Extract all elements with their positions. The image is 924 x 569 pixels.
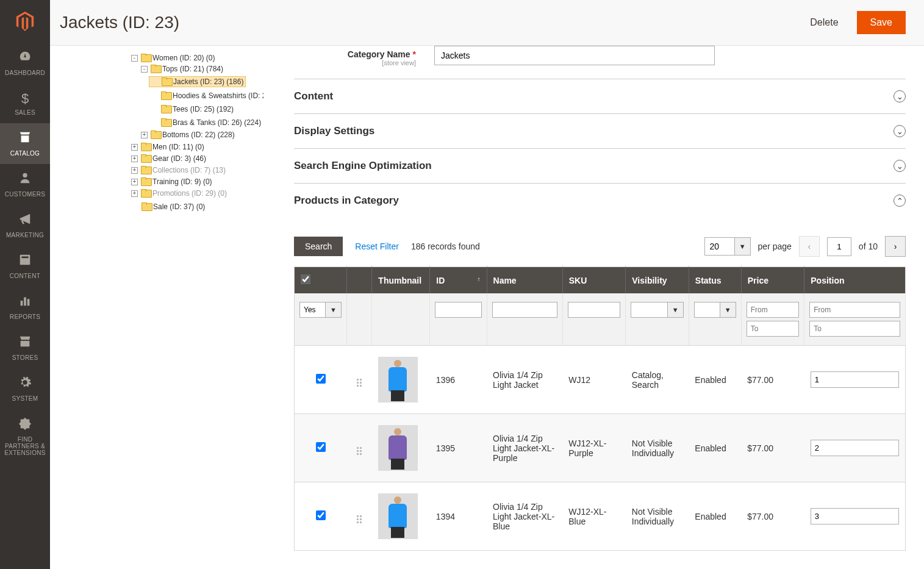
position-input[interactable] [811,440,899,456]
header-name[interactable]: Name [487,267,562,294]
search-button[interactable]: Search [294,237,343,256]
tree-node[interactable]: +Promotions (ID: 29) (0) [129,188,229,198]
chevron-down-icon: ⌄ [894,125,906,137]
filter-position-from[interactable] [809,302,900,318]
cell-visibility: Catalog, Search [626,346,689,414]
sidebar-item-catalog[interactable]: Catalog [0,123,50,164]
section-content[interactable]: Content ⌄ [294,79,906,113]
header-sku[interactable]: SKU [562,267,626,294]
cell-id: 1396 [430,346,487,414]
position-input[interactable] [811,371,899,388]
save-button[interactable]: Save [857,11,906,34]
sidebar-item-customers[interactable]: Customers [0,164,50,205]
filter-price-from[interactable] [747,302,800,318]
filter-checkbox-select[interactable] [299,302,326,318]
drag-handle-icon[interactable] [357,379,362,387]
tree-node[interactable]: Tees (ID: 25) (192) [149,104,235,114]
sidebar-item-reports[interactable]: Reports [0,287,50,327]
section-display-settings[interactable]: Display Settings ⌄ [294,113,906,148]
tree-node-label: Jackets (ID: 23) (186) [173,77,243,86]
filter-id-input[interactable] [435,302,481,318]
expand-icon[interactable]: + [131,144,138,151]
tree-node[interactable]: +Training (ID: 9) (0) [129,177,214,187]
sidebar-item-partners[interactable]: Find Partners & Extensions [0,409,50,463]
pager-prev-button[interactable]: ‹ [799,236,820,257]
row-checkbox[interactable] [316,374,326,384]
filter-name-input[interactable] [492,302,557,318]
filter-status-select[interactable] [694,302,720,318]
sidebar-item-content[interactable]: Content [0,246,50,287]
header-id[interactable]: ID↑ [430,267,487,294]
reports-icon [2,294,48,311]
header-visibility[interactable]: Visibility [626,267,689,294]
filter-status-dropdown[interactable]: ▼ [720,302,736,318]
filter-position-to[interactable] [809,321,900,337]
header-drag-col [346,267,371,294]
expand-icon[interactable]: + [131,179,138,185]
tree-node[interactable]: +Gear (ID: 3) (46) [129,154,208,163]
chevron-down-icon: ⌄ [894,90,906,102]
section-seo[interactable]: Search Engine Optimization ⌄ [294,148,906,183]
header-checkbox-col[interactable] [295,267,347,294]
folder-icon [161,91,171,100]
filter-price-to[interactable] [747,321,800,337]
table-row[interactable]: 1395 Olivia 1/4 Zip Light Jacket-XL-Purp… [295,414,906,482]
partners-icon [2,417,48,434]
tree-node[interactable]: Sale (ID: 37) (0) [129,202,207,212]
page-size-dropdown[interactable]: ▼ [735,237,751,256]
tree-node[interactable]: Bras & Tanks (ID: 26) (224) [149,118,263,127]
expand-icon[interactable]: + [131,156,138,162]
page-header: Jackets (ID: 23) Delete Save [50,0,924,46]
collapse-icon[interactable]: - [141,66,148,73]
tree-node[interactable]: -Tops (ID: 21) (784) [139,64,225,74]
tree-node[interactable]: +Men (ID: 11) (0) [129,142,206,152]
header-status[interactable]: Status [689,267,741,294]
row-checkbox[interactable] [316,510,326,520]
tree-node-label: Bottoms (ID: 22) (228) [162,131,235,139]
table-row[interactable]: 1394 Olivia 1/4 Zip Light Jacket-XL-Blue… [295,482,906,551]
magento-logo[interactable] [0,0,50,43]
sidebar-item-marketing[interactable]: Marketing [0,205,50,246]
pager-next-button[interactable]: › [885,236,906,257]
delete-button[interactable]: Delete [799,11,849,34]
category-name-input[interactable] [434,46,715,65]
sidebar-item-dashboard[interactable]: Dashboard [0,43,50,84]
tree-node[interactable]: -Women (ID: 20) (0) [129,53,217,63]
collapse-icon[interactable]: - [131,55,138,62]
tree-node-label: Training (ID: 9) (0) [152,177,212,186]
table-row[interactable]: 1396 Olivia 1/4 Zip Light Jacket WJ12 Ca… [295,346,906,414]
reset-filter-link[interactable]: Reset Filter [355,242,399,251]
header-position[interactable]: Position [804,267,906,294]
section-products-in-category[interactable]: Products in Category ⌃ [294,183,906,218]
filter-checkbox-dropdown[interactable]: ▼ [326,302,342,318]
position-input[interactable] [811,508,899,524]
expand-icon[interactable]: + [131,190,138,197]
filter-sku-input[interactable] [568,302,621,318]
header-thumbnail[interactable]: Thumbnail [372,267,430,294]
page-size-input[interactable] [704,237,735,256]
sidebar-item-system[interactable]: System [0,368,50,409]
drag-handle-icon[interactable] [357,447,362,455]
row-checkbox[interactable] [316,442,326,452]
sidebar-item-sales[interactable]: $ Sales [0,84,50,123]
tree-node[interactable]: +Collections (ID: 7) (13) [129,165,227,175]
expand-icon[interactable]: + [131,167,138,174]
filter-row: ▼ ▼ ▼ [295,293,906,346]
pager-total: of 10 [859,242,878,251]
cell-name: Olivia 1/4 Zip Light Jacket [487,346,562,414]
sidebar-item-stores[interactable]: Stores [0,327,50,368]
tree-node[interactable]: +Bottoms (ID: 22) (228) [139,130,237,140]
svg-point-0 [23,173,27,177]
select-all-checkbox[interactable] [301,274,310,284]
svg-rect-4 [24,298,26,306]
drag-handle-icon[interactable] [357,515,362,523]
expand-icon[interactable]: + [141,132,148,138]
filter-visibility-dropdown[interactable]: ▼ [668,302,684,318]
folder-icon [141,154,151,163]
header-price[interactable]: Price [741,267,804,294]
filter-visibility-select[interactable] [631,302,668,318]
tree-node[interactable]: Hoodies & Sweatshirts (ID: 24) (182) [149,91,263,101]
pager-current-input[interactable] [827,237,851,256]
tree-node[interactable]: Jackets (ID: 23) (186) [149,76,246,87]
tree-node-label: Tops (ID: 21) (784) [162,65,223,73]
